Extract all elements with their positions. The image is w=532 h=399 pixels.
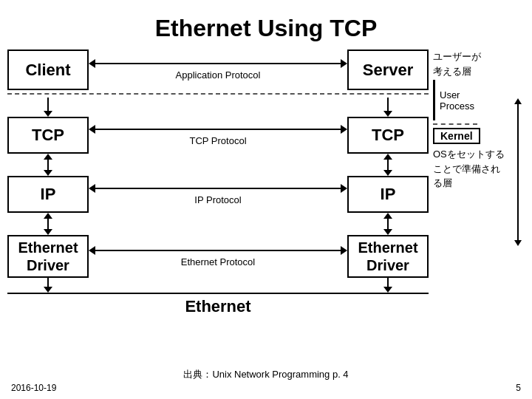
server-down-arrow — [383, 111, 392, 117]
eth-protocol-label: Ethernet Protocol — [181, 256, 255, 267]
server-eth-down-arrow — [383, 229, 392, 235]
dashed-separator — [7, 93, 429, 95]
date-label: 2016-10-19 — [11, 383, 56, 393]
client-box: Client — [7, 50, 89, 90]
server-tcp-box: TCP — [347, 117, 429, 154]
client-eth-down-arrow — [44, 229, 52, 235]
eth-h-line — [95, 250, 341, 251]
jp-top-text: ユーザーが 考える層 — [433, 50, 481, 78]
client-tcp-box: TCP — [7, 117, 89, 154]
client-ip-up-arrow — [44, 154, 52, 160]
user-process-label: User Process — [435, 80, 474, 120]
tcp-protocol-label: TCP Protocol — [189, 135, 246, 146]
client-ip-down-arrow — [44, 170, 52, 176]
citation: 出典：Unix Network Programming p. 4 — [183, 368, 348, 381]
tcp-arrow-right — [341, 125, 347, 134]
ip-arrow-right — [341, 184, 347, 193]
page-title: Ethernet Using TCP — [7, 15, 525, 42]
server-box: Server — [347, 50, 429, 90]
sidebar-up-arrow — [514, 98, 522, 104]
app-protocol-label: Application Protocol — [176, 69, 261, 81]
app-arrow-left — [89, 59, 95, 68]
ip-protocol-label: IP Protocol — [194, 194, 241, 205]
date-page-row: 2016-10-19 5 — [0, 383, 532, 393]
footer: 出典：Unix Network Programming p. 4 2016-10… — [0, 368, 532, 393]
ip-h-line — [95, 188, 341, 189]
diagram-area: Client Application Protocol Server — [7, 50, 429, 316]
client-eth-up-arrow — [44, 213, 52, 219]
server-ip-box: IP — [347, 176, 429, 213]
tcp-h-line — [95, 129, 341, 130]
bottom-solid-line — [7, 293, 429, 294]
server-bottom-down-arrow — [383, 287, 392, 293]
tcp-arrow-left — [89, 125, 95, 134]
client-down-arrow — [44, 111, 52, 117]
client-bottom-down-arrow — [44, 287, 52, 293]
sidebar: ユーザーが 考える層 User Process Kernel OSをセットする … — [429, 50, 525, 316]
server-ip-down-arrow — [383, 170, 392, 176]
app-arrow-right — [341, 59, 347, 68]
kernel-label: Kernel — [433, 128, 480, 144]
server-ip-up-arrow — [383, 154, 392, 160]
app-h-line — [95, 63, 341, 64]
ip-arrow-left — [89, 184, 95, 193]
sidebar-v-line — [517, 104, 519, 240]
client-eth-box: Ethernet Driver — [7, 235, 89, 278]
sidebar-down-arrow — [514, 240, 522, 246]
server-eth-box: Ethernet Driver — [347, 235, 429, 278]
client-ip-box: IP — [7, 176, 89, 213]
eth-arrow-right — [341, 246, 347, 255]
ethernet-label: Ethernet — [7, 297, 429, 316]
eth-arrow-left — [89, 246, 95, 255]
page: Ethernet Using TCP Client Application Pr… — [0, 0, 532, 399]
server-eth-up-arrow — [383, 213, 392, 219]
jp-bottom-text: OSをセットする ことで準備され る層 — [433, 147, 505, 191]
sidebar-dashed — [433, 123, 477, 125]
page-number: 5 — [516, 383, 521, 393]
